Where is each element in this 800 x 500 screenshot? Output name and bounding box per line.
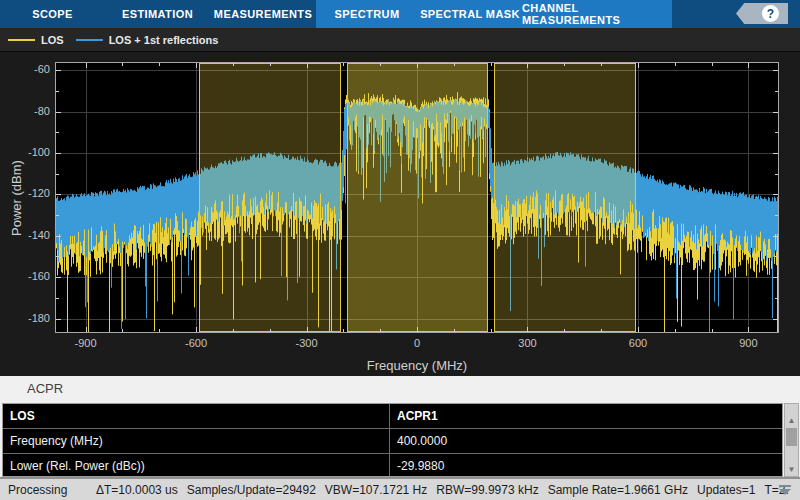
spectrum-figure: -180-160-140-120-100-80-60 -900-600-3000… [0,52,800,376]
y-axis-title: Power (dBm) [9,160,24,236]
los-line-swatch [8,39,35,41]
tab-measurements[interactable]: MEASUREMENTS [210,0,316,28]
scroll-to-bottom-icon[interactable] [778,485,792,496]
tab-estimation[interactable]: ESTIMATION [105,0,210,28]
status-sample-rate: Sample Rate=1.9661 GHz [548,483,688,497]
los-reflections-line-swatch [76,39,103,41]
plot-legend: LOS LOS + 1st reflections [0,28,800,52]
help-button[interactable]: ? [736,3,788,24]
tab-scope[interactable]: SCOPE [0,0,105,28]
x-tick-label: 900 [723,337,773,349]
status-vbw: VBW=107.1721 Hz [325,483,427,497]
acpr-row-lower-value: -29.9880 [390,454,782,477]
x-tick-label: 0 [392,337,442,349]
spectrum-analyzer-window: SCOPE ESTIMATION MEASUREMENTS SPECTRUM S… [0,0,800,500]
legend-item-los-reflections[interactable]: LOS + 1st reflections [76,34,219,46]
status-delta-t: ΔT=10.0003 us [96,483,178,497]
toolstrip: SCOPE ESTIMATION MEASUREMENTS SPECTRUM S… [0,0,800,28]
x-tick-label: -900 [61,337,111,349]
x-tick-label: -600 [171,337,221,349]
scroll-up-icon[interactable]: ▲ [785,414,798,426]
table-row[interactable]: Frequency (MHz) 400.0000 [3,429,782,454]
legend-item-los[interactable]: LOS [8,34,64,46]
x-tick-label: -300 [282,337,332,349]
acpr-panel: ACPR LOS ACPR1 Frequency (MHz) 400.0000 … [0,376,800,477]
acpr-row-frequency-value: 400.0000 [390,429,782,453]
x-tick-label: 300 [502,337,552,349]
y-tick-label: -60 [10,63,50,75]
legend-label: LOS + 1st reflections [109,34,219,46]
table-row[interactable]: Lower (Rel. Power (dBc)) -29.9880 [3,454,782,477]
legend-label: LOS [41,34,64,46]
acpr-table: LOS ACPR1 Frequency (MHz) 400.0000 Lower… [2,403,783,477]
acpr-row-frequency-label: Frequency (MHz) [3,429,390,453]
table-scrollbar[interactable]: ▲ ▼ [784,403,799,477]
status-state: Processing [8,483,96,497]
y-tick-label: -100 [10,146,50,158]
status-rbw: RBW=99.9973 kHz [436,483,538,497]
tab-spectrum[interactable]: SPECTRUM [316,0,418,28]
y-tick-label: -180 [10,312,50,324]
y-tick-label: -80 [10,105,50,117]
spectrum-plot-canvas[interactable] [55,62,779,333]
acpr-column-header-acpr1: ACPR1 [390,404,782,428]
status-samples-per-update: Samples/Update=29492 [187,483,316,497]
acpr-row-lower-label: Lower (Rel. Power (dBc)) [3,454,390,477]
x-tick-label: 600 [613,337,663,349]
status-updates: Updates=1 [697,483,755,497]
acpr-table-header-row: LOS ACPR1 [3,404,782,429]
status-bar: Processing ΔT=10.0003 us Samples/Update=… [0,477,800,500]
acpr-panel-title: ACPR [27,381,63,396]
toolbar-spacer: ? [672,0,800,28]
scrollbar-thumb[interactable] [786,428,797,446]
y-tick-label: -160 [10,270,50,282]
help-icon: ? [762,5,779,22]
tab-channel-measurements[interactable]: CHANNEL MEASUREMENTS [522,0,672,28]
x-axis-title: Frequency (MHz) [367,358,467,373]
acpr-column-header-los: LOS [3,404,390,428]
tab-spectral-mask[interactable]: SPECTRAL MASK [418,0,522,28]
scroll-down-icon[interactable]: ▼ [785,463,798,475]
